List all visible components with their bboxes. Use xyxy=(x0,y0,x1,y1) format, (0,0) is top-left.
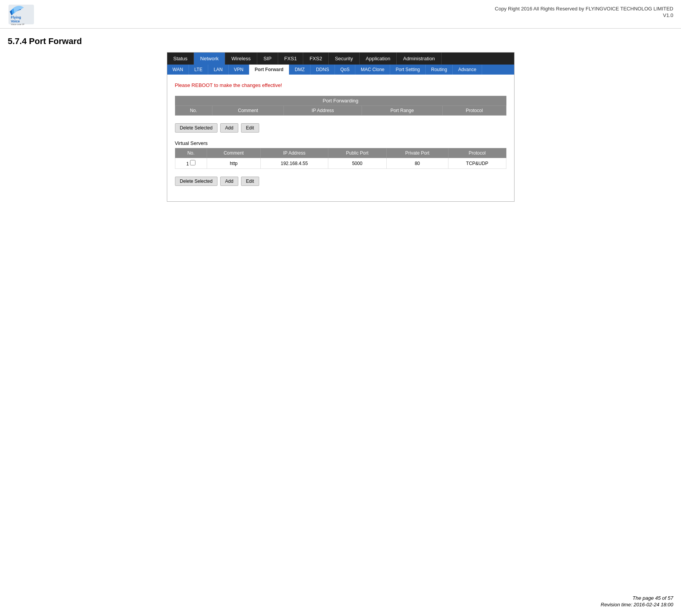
copyright-line2: V1.0 xyxy=(495,12,673,18)
vs-row-public-port: 5000 xyxy=(328,158,386,169)
add-top-button[interactable]: Add xyxy=(220,123,238,133)
subnav-lan[interactable]: LAN xyxy=(208,65,228,75)
vs-row-no: 1 xyxy=(175,158,207,169)
router-panel: Status Network Wireless SIP FXS1 FXS2 Se… xyxy=(167,52,515,202)
table-row: 1 http 192.168.4.55 5000 80 TCP&UDP xyxy=(175,158,506,169)
nav-wireless[interactable]: Wireless xyxy=(225,53,257,65)
port-forwarding-table: No. Comment IP Address Port Range Protoc… xyxy=(175,106,506,116)
virtual-servers-label: Virtual Servers xyxy=(175,140,506,146)
nav-network[interactable]: Network xyxy=(194,53,225,65)
footer-line2: Revision time: 2016-02-24 18:00 xyxy=(601,602,673,607)
top-nav: Status Network Wireless SIP FXS1 FXS2 Se… xyxy=(167,53,514,65)
page-header: Flying Voice Voice over IP Copy Right 20… xyxy=(0,0,681,29)
port-forwarding-title: Port Forwarding xyxy=(175,96,506,106)
nav-administration[interactable]: Administration xyxy=(397,53,441,65)
svg-text:Flying: Flying xyxy=(11,15,21,19)
col-port-range: Port Range xyxy=(362,106,442,116)
panel-body: Please REBOOT to make the changes effect… xyxy=(167,75,514,201)
nav-status[interactable]: Status xyxy=(167,53,194,65)
nav-security[interactable]: Security xyxy=(329,53,360,65)
vs-row-private-port: 80 xyxy=(386,158,448,169)
subnav-port-setting[interactable]: Port Setting xyxy=(390,65,426,75)
vs-col-comment: Comment xyxy=(207,148,261,158)
vs-col-ip: IP Address xyxy=(260,148,328,158)
col-comment: Comment xyxy=(212,106,284,116)
svg-text:Voice: Voice xyxy=(11,19,20,23)
reboot-notice: Please REBOOT to make the changes effect… xyxy=(175,82,506,88)
page-title: 5.7.4 Port Forward xyxy=(8,36,673,46)
vs-col-public-port: Public Port xyxy=(328,148,386,158)
subnav-lte[interactable]: LTE xyxy=(189,65,208,75)
delete-selected-top-button[interactable]: Delete Selected xyxy=(175,123,218,133)
page-title-area: 5.7.4 Port Forward xyxy=(0,29,681,52)
vs-row-protocol: TCP&UDP xyxy=(448,158,506,169)
row-checkbox[interactable] xyxy=(190,160,195,165)
subnav-port-forward[interactable]: Port Forward xyxy=(249,65,289,75)
col-protocol: Protocol xyxy=(443,106,506,116)
sub-nav: WAN LTE LAN VPN Port Forward DMZ DDNS Qo… xyxy=(167,65,514,75)
add-bottom-button[interactable]: Add xyxy=(220,177,238,186)
nav-application[interactable]: Application xyxy=(360,53,397,65)
nav-sip[interactable]: SIP xyxy=(257,53,278,65)
vs-row-ip: 192.168.4.55 xyxy=(260,158,328,169)
virtual-servers-table: No. Comment IP Address Public Port Priva… xyxy=(175,148,506,169)
copyright-line1: Copy Right 2016 All Rights Reserved by F… xyxy=(495,6,673,12)
subnav-mac-clone[interactable]: MAC Clone xyxy=(355,65,390,75)
nav-fxs1[interactable]: FXS1 xyxy=(278,53,304,65)
logo: Flying Voice Voice over IP xyxy=(8,4,39,26)
vs-col-no: No. xyxy=(175,148,207,158)
vs-col-protocol: Protocol xyxy=(448,148,506,158)
delete-selected-bottom-button[interactable]: Delete Selected xyxy=(175,177,218,186)
col-no: No. xyxy=(175,106,212,116)
subnav-wan[interactable]: WAN xyxy=(167,65,189,75)
button-row-top: Delete Selected Add Edit xyxy=(175,123,506,133)
edit-bottom-button[interactable]: Edit xyxy=(241,177,259,186)
subnav-ddns[interactable]: DDNS xyxy=(311,65,335,75)
subnav-routing[interactable]: Routing xyxy=(426,65,453,75)
vs-row-comment: http xyxy=(207,158,261,169)
svg-text:Voice over IP: Voice over IP xyxy=(11,23,24,25)
port-forwarding-section: Port Forwarding No. Comment IP Address P… xyxy=(175,96,506,116)
virtual-servers-section: Virtual Servers No. Comment IP Address P… xyxy=(175,140,506,169)
page-footer: The page 45 of 57 Revision time: 2016-02… xyxy=(601,595,673,608)
button-row-bottom: Delete Selected Add Edit xyxy=(175,177,506,186)
copyright-text: Copy Right 2016 All Rights Reserved by F… xyxy=(495,4,673,19)
main-content: Status Network Wireless SIP FXS1 FXS2 Se… xyxy=(0,52,681,202)
edit-top-button[interactable]: Edit xyxy=(241,123,259,133)
subnav-vpn[interactable]: VPN xyxy=(229,65,250,75)
nav-fxs2[interactable]: FXS2 xyxy=(303,53,329,65)
subnav-qos[interactable]: QoS xyxy=(335,65,355,75)
subnav-advance[interactable]: Advance xyxy=(453,65,482,75)
subnav-dmz[interactable]: DMZ xyxy=(289,65,311,75)
vs-col-private-port: Private Port xyxy=(386,148,448,158)
col-ip-address: IP Address xyxy=(284,106,362,116)
footer-line1: The page 45 of 57 xyxy=(601,595,673,601)
